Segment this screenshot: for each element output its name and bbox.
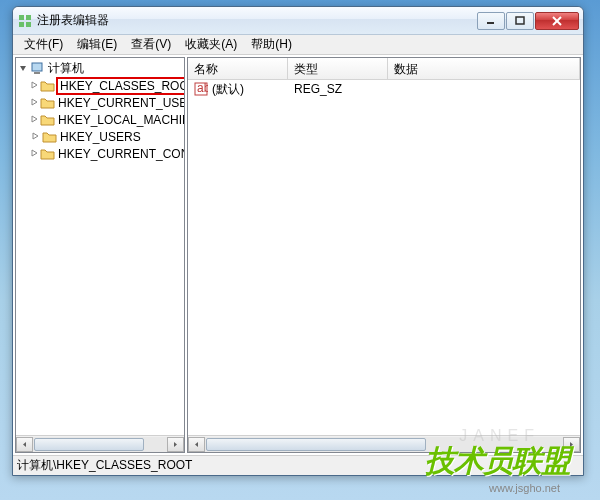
tree-body: 计算机 HKEY_CLASSES_ROOT HKEY_CURRENT_USER … (16, 58, 184, 435)
svg-rect-3 (26, 22, 31, 27)
window-controls (477, 12, 579, 30)
tree-item-hkcu[interactable]: HKEY_CURRENT_USER (16, 94, 184, 111)
watermark-url: www.jsgho.net (489, 482, 560, 494)
column-data[interactable]: 数据 (388, 58, 580, 79)
folder-icon (40, 147, 56, 161)
expand-icon[interactable] (30, 114, 39, 125)
minimize-button[interactable] (477, 12, 505, 30)
scroll-track[interactable] (205, 437, 563, 452)
svg-rect-9 (34, 72, 40, 74)
app-icon (17, 13, 33, 29)
scroll-thumb[interactable] (34, 438, 144, 451)
menu-view[interactable]: 查看(V) (124, 34, 178, 55)
collapse-icon[interactable] (18, 63, 29, 74)
tree-label: HKEY_CURRENT_USER (58, 96, 184, 110)
computer-icon (30, 62, 46, 76)
tree-root-label: 计算机 (48, 60, 84, 77)
tree-label: HKEY_CURRENT_CONFIG (58, 147, 184, 161)
status-path: 计算机\HKEY_CLASSES_ROOT (17, 457, 192, 474)
tree-item-hklm[interactable]: HKEY_LOCAL_MACHINE (16, 111, 184, 128)
content-area: 计算机 HKEY_CLASSES_ROOT HKEY_CURRENT_USER … (13, 55, 583, 455)
tree-item-hkcr[interactable]: HKEY_CLASSES_ROOT (16, 77, 184, 94)
expand-icon[interactable] (30, 80, 39, 91)
tree-pane: 计算机 HKEY_CLASSES_ROOT HKEY_CURRENT_USER … (15, 57, 185, 453)
tree-item-hku[interactable]: HKEY_USERS (16, 128, 184, 145)
tree-hscrollbar[interactable] (16, 435, 184, 452)
folder-icon (40, 113, 56, 127)
titlebar[interactable]: 注册表编辑器 (13, 7, 583, 35)
svg-rect-2 (19, 22, 24, 27)
svg-text:ab: ab (197, 82, 208, 95)
scroll-right-button[interactable] (563, 437, 580, 452)
scroll-thumb[interactable] (206, 438, 426, 451)
folder-icon (42, 130, 58, 144)
cell-name: ab (默认) (188, 81, 288, 98)
expand-icon[interactable] (30, 131, 41, 142)
window-title: 注册表编辑器 (37, 12, 477, 29)
column-type[interactable]: 类型 (288, 58, 388, 79)
value-name: (默认) (212, 81, 244, 98)
list-body: ab (默认) REG_SZ (188, 80, 580, 435)
tree-label: HKEY_USERS (60, 130, 141, 144)
list-row[interactable]: ab (默认) REG_SZ (188, 80, 580, 98)
cell-type: REG_SZ (288, 82, 388, 96)
expand-icon[interactable] (30, 148, 39, 159)
string-value-icon: ab (194, 82, 208, 96)
registry-editor-window: 注册表编辑器 文件(F) 编辑(E) 查看(V) 收藏夹(A) 帮助(H) 计算… (12, 6, 584, 476)
tree-label: HKEY_LOCAL_MACHINE (58, 113, 184, 127)
column-name[interactable]: 名称 (188, 58, 288, 79)
folder-icon (40, 96, 56, 110)
svg-rect-0 (19, 15, 24, 20)
scroll-left-button[interactable] (16, 437, 33, 452)
close-button[interactable] (535, 12, 579, 30)
svg-rect-5 (516, 17, 524, 24)
list-header: 名称 类型 数据 (188, 58, 580, 80)
tree-label: HKEY_CLASSES_ROOT (58, 79, 184, 93)
statusbar: 计算机\HKEY_CLASSES_ROOT (13, 455, 583, 475)
tree-root[interactable]: 计算机 (16, 60, 184, 77)
svg-rect-1 (26, 15, 31, 20)
folder-icon (40, 79, 56, 93)
maximize-button[interactable] (506, 12, 534, 30)
menu-favorites[interactable]: 收藏夹(A) (178, 34, 244, 55)
list-hscrollbar[interactable] (188, 435, 580, 452)
menubar: 文件(F) 编辑(E) 查看(V) 收藏夹(A) 帮助(H) (13, 35, 583, 55)
menu-help[interactable]: 帮助(H) (244, 34, 299, 55)
scroll-left-button[interactable] (188, 437, 205, 452)
svg-rect-8 (32, 63, 42, 71)
menu-edit[interactable]: 编辑(E) (70, 34, 124, 55)
list-pane: 名称 类型 数据 ab (默认) REG_SZ (187, 57, 581, 453)
tree-item-hkcc[interactable]: HKEY_CURRENT_CONFIG (16, 145, 184, 162)
menu-file[interactable]: 文件(F) (17, 34, 70, 55)
expand-icon[interactable] (30, 97, 39, 108)
scroll-right-button[interactable] (167, 437, 184, 452)
scroll-track[interactable] (33, 437, 167, 452)
